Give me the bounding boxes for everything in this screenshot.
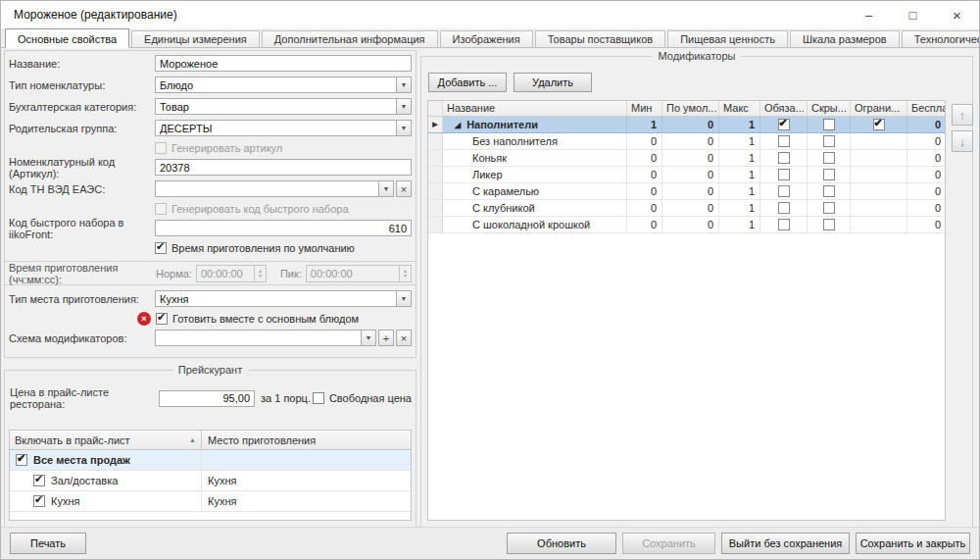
tab-images[interactable]: Изображения (440, 30, 533, 47)
required-checkbox[interactable] (778, 119, 790, 130)
cook-time-peak-input[interactable] (306, 265, 412, 282)
column-header-min[interactable]: Мин (627, 101, 662, 116)
required-checkbox[interactable] (778, 135, 790, 147)
spinner-arrows-icon[interactable]: ▲▼ (254, 266, 266, 281)
save-and-close-button[interactable]: Сохранить и закрыть (856, 533, 970, 554)
move-up-button[interactable]: ↑ (952, 104, 973, 126)
hidden-checkbox[interactable] (823, 169, 835, 180)
table-row[interactable]: Зал/доставка Кухня (10, 471, 411, 491)
generate-quick-code-label: Генерировать код быстрого набора (172, 203, 349, 215)
tnved-combo[interactable]: ▼ (155, 180, 394, 197)
hidden-checkbox[interactable] (823, 152, 835, 164)
modifier-group-row[interactable]: ▶ ◢ Наполнители 1 0 1 0 (428, 117, 945, 133)
modifier-row[interactable]: С клубникой 0 0 1 0 (428, 200, 945, 217)
cook-place-type-combo[interactable]: ▼ (155, 290, 412, 307)
column-header-name[interactable]: Название (443, 101, 627, 116)
default-cook-time-checkbox[interactable] (155, 242, 167, 254)
generate-quick-code-checkbox[interactable] (155, 203, 167, 215)
cook-with-main-checkbox[interactable] (156, 313, 168, 325)
spinner-arrows-icon[interactable]: ▲▼ (399, 266, 411, 281)
required-checkbox[interactable] (778, 219, 790, 230)
tab-supplier-goods[interactable]: Товары поставщиков (535, 30, 665, 47)
limited-checkbox[interactable] (873, 119, 885, 130)
hidden-checkbox[interactable] (823, 135, 835, 147)
sku-input[interactable] (155, 159, 412, 176)
tab-basic-properties[interactable]: Основные свойства (5, 28, 129, 48)
generate-sku-checkbox[interactable] (155, 142, 167, 154)
maximize-button[interactable]: □ (891, 1, 935, 28)
row-checkbox[interactable] (33, 475, 45, 486)
pricelist-group: Прейскурант Цена в прайс-листе ресторана… (4, 370, 416, 528)
column-header-free[interactable]: Бесплатн... (907, 101, 946, 116)
required-checkbox[interactable] (778, 152, 790, 164)
window-title: Мороженое (редактирование) (14, 8, 177, 22)
chevron-down-icon[interactable]: ▼ (396, 121, 411, 135)
modifier-row[interactable]: Коньяк 0 0 1 0 (428, 150, 945, 167)
modifier-scheme-add-button[interactable]: + (378, 330, 394, 346)
exit-without-saving-button[interactable]: Выйти без сохранения (721, 533, 850, 554)
required-checkbox[interactable] (778, 185, 790, 197)
tnved-clear-button[interactable]: × (396, 180, 412, 197)
cook-time-peak-label: Пик: (280, 268, 302, 280)
column-header-hidden[interactable]: Скры... (808, 101, 851, 116)
hidden-checkbox[interactable] (823, 219, 835, 230)
modifier-row[interactable]: С шоколадной крошкой 0 0 1 0 (428, 217, 945, 233)
column-header-place[interactable]: Место приготовления (202, 431, 411, 449)
chevron-down-icon[interactable]: ▼ (361, 331, 375, 345)
column-header-include[interactable]: Включать в прайс-лист ▲ (10, 431, 202, 449)
modifier-row[interactable]: Ликер 0 0 1 0 (428, 167, 945, 183)
row-checkbox[interactable] (16, 454, 27, 466)
nomenclature-type-input[interactable] (155, 76, 412, 93)
delete-modifier-button[interactable]: Удалить (514, 73, 592, 92)
modifier-scheme-input[interactable] (155, 330, 376, 346)
move-down-button[interactable]: ↓ (952, 130, 973, 152)
tnved-input[interactable] (155, 180, 394, 197)
cook-time-peak-spinner: ▲▼ (306, 265, 412, 282)
parent-group-input[interactable] (155, 120, 412, 136)
required-checkbox[interactable] (778, 202, 790, 214)
chevron-down-icon[interactable]: ▼ (396, 99, 411, 114)
chevron-down-icon[interactable]: ▼ (396, 77, 411, 92)
tab-tech-cards[interactable]: Технологические карты (902, 30, 980, 47)
cook-place-type-input[interactable] (155, 290, 412, 307)
table-row[interactable]: Кухня Кухня (10, 491, 411, 512)
column-header-required[interactable]: Обяза... (760, 101, 808, 116)
tab-size-scale[interactable]: Шкала размеров (790, 30, 900, 47)
tab-additional-info[interactable]: Дополнительная информация (262, 30, 438, 47)
save-button[interactable]: Сохранить (622, 533, 715, 554)
tab-units[interactable]: Единицы измерения (131, 30, 260, 47)
accounting-category-combo[interactable]: ▼ (155, 98, 412, 115)
modifier-row[interactable]: Без наполнителя 0 0 1 0 (428, 133, 945, 150)
parent-group-combo[interactable]: ▼ (155, 120, 412, 136)
nomenclature-type-combo[interactable]: ▼ (155, 76, 412, 93)
chevron-down-icon[interactable]: ▼ (378, 181, 393, 196)
required-checkbox[interactable] (778, 169, 790, 180)
column-header-default[interactable]: По умол... (662, 101, 719, 116)
price-suffix: за 1 порц. (261, 392, 311, 404)
clear-icon: × (401, 332, 407, 344)
close-button[interactable]: × (935, 1, 979, 28)
modifier-row[interactable]: С карамелью 0 0 1 0 (428, 183, 945, 200)
minimize-button[interactable]: – (847, 1, 891, 28)
refresh-button[interactable]: Обновить (507, 533, 616, 554)
chevron-down-icon[interactable]: ▼ (396, 291, 411, 306)
column-header-max[interactable]: Макс (719, 101, 760, 116)
table-row[interactable]: Все места продаж (10, 450, 411, 471)
hidden-checkbox[interactable] (823, 185, 835, 197)
accounting-category-input[interactable] (155, 98, 412, 115)
hidden-checkbox[interactable] (823, 202, 835, 214)
hidden-checkbox[interactable] (823, 119, 835, 130)
quick-code-input[interactable] (155, 220, 412, 236)
modifier-scheme-clear-button[interactable]: × (396, 330, 412, 346)
maximize-icon: □ (909, 8, 917, 23)
tree-expanded-icon[interactable]: ◢ (455, 121, 461, 129)
add-modifier-button[interactable]: Добавить ... (428, 73, 507, 92)
free-price-checkbox[interactable] (313, 392, 324, 404)
modifier-scheme-combo[interactable]: ▼ (155, 330, 376, 346)
tab-nutrition[interactable]: Пищевая ценность (667, 30, 788, 47)
row-checkbox[interactable] (33, 495, 45, 507)
column-header-limited[interactable]: Ограни... (851, 101, 907, 116)
name-input[interactable] (155, 55, 412, 72)
print-button[interactable]: Печать (10, 533, 86, 554)
price-input[interactable] (159, 390, 255, 407)
